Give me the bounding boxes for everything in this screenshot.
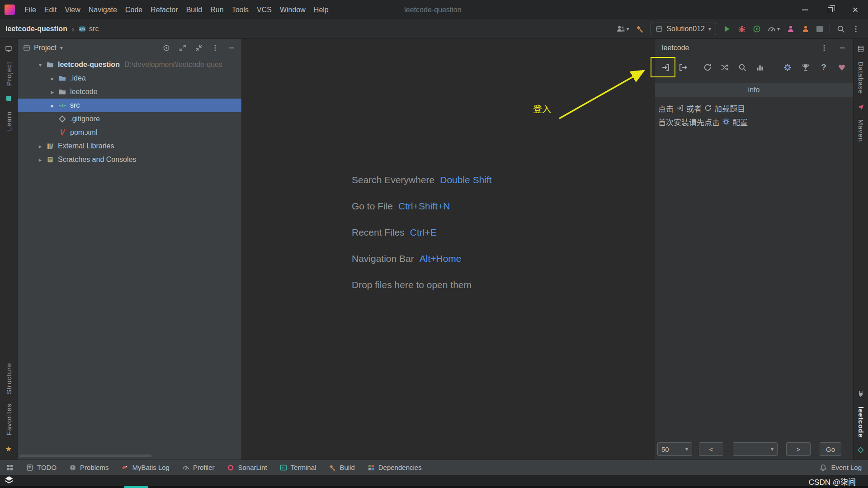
tree-row-scratches[interactable]: ▸ Scratches and Consoles [18,153,241,166]
menu-view[interactable]: View [61,0,84,19]
tree-row-idea[interactable]: ▸ .idea [18,71,241,85]
database-icon[interactable] [857,45,864,52]
tree-row-leetcode[interactable]: ▸ leetcode [18,85,241,99]
chevron-collapsed-icon[interactable]: ▸ [35,143,46,150]
refresh-icon [704,104,712,112]
hide-panel-icon[interactable] [228,44,235,52]
random-question-button[interactable] [717,60,732,75]
project-panel-title[interactable]: Project [34,44,57,52]
expand-all-icon[interactable] [179,44,186,52]
menu-help[interactable]: Help [310,0,333,19]
trophy-button[interactable] [798,60,813,75]
tree-row-external-libraries[interactable]: ▸ External Libraries [18,139,241,153]
breadcrumb-project[interactable]: leetcode-question [5,25,67,33]
maven-send-icon[interactable] [857,103,864,110]
tree-row-src-selected[interactable]: ▸ src [18,99,241,112]
panel-options-icon[interactable] [821,44,828,52]
build-hammer-icon[interactable] [636,25,644,33]
shortcut-action: Search Everywhere [352,175,434,185]
next-page-button[interactable]: > [786,442,811,456]
run-button[interactable] [723,25,731,33]
tool-stripe-project[interactable]: Project [5,62,13,86]
statusbar-profiler[interactable]: Profiler [182,464,215,471]
favorite-button[interactable]: ♥ [834,60,849,75]
run-configuration-select[interactable]: Solution012 ▾ [651,23,716,35]
user-orange-icon[interactable] [802,25,810,33]
menu-code[interactable]: Code [121,0,146,19]
favorites-star-icon[interactable]: ★ [5,445,12,453]
menu-build[interactable]: Build [182,0,207,19]
close-button[interactable]: × [843,0,868,19]
tool-stripe-structure[interactable]: Structure [5,363,13,394]
user-pink-icon[interactable] [787,25,795,33]
learn-tool-icon[interactable] [5,95,12,102]
login-button[interactable] [658,60,673,75]
project-tool-window: Project ▾ ▾ leetcode-question D:\develop… [18,39,242,460]
menu-window[interactable]: Window [276,0,310,19]
tree-row-gitignore[interactable]: .gitignore [18,112,241,126]
tool-stripe-leetcode[interactable]: leetcode [857,407,865,438]
tool-stripe-maven[interactable]: Maven [857,119,865,142]
chevron-expanded-icon[interactable]: ▾ [35,62,46,68]
horizontal-scrollbar[interactable] [19,455,151,457]
debug-button[interactable] [738,25,746,33]
video-progress-track[interactable] [0,486,868,488]
chevron-collapsed-icon[interactable]: ▸ [47,102,58,109]
tree-item-label: pom.xml [70,128,97,137]
collapse-all-icon[interactable] [195,44,203,52]
statistics-button[interactable] [752,60,767,75]
kebab-menu-icon[interactable] [852,25,860,33]
tool-stripe-learn[interactable]: Learn [5,111,13,131]
page-number-select[interactable]: ▾ [733,442,778,456]
tool-windows-grid-icon[interactable] [6,464,14,471]
chevron-collapsed-icon[interactable]: ▸ [47,75,58,82]
chevron-down-icon[interactable]: ▾ [60,45,63,51]
page-size-select[interactable]: 50 ▾ [657,442,692,456]
breadcrumb-src[interactable]: src [79,25,99,33]
menu-file[interactable]: File [20,0,40,19]
tool-stripe-favorites[interactable]: Favorites [5,403,13,436]
locate-file-icon[interactable] [163,44,170,52]
terminal-icon [280,464,287,471]
gitignore-file-icon [59,115,66,123]
profiler-button[interactable]: ▾ [768,25,780,33]
run-with-coverage-button[interactable] [753,25,761,33]
tool-stripe-database[interactable]: Database [857,62,865,94]
settings-button[interactable] [780,60,795,75]
go-button[interactable]: Go [820,442,841,456]
search-everywhere-icon[interactable] [837,25,845,33]
project-tool-icon[interactable] [5,45,12,52]
statusbar-terminal[interactable]: Terminal [280,464,316,471]
statusbar-build[interactable]: Build [329,464,354,471]
statusbar-todo[interactable]: TODO [26,464,57,471]
tree-row-pom[interactable]: V pom.xml [18,126,241,139]
shortcut-keys: Double Shift [440,175,491,185]
statusbar-label: Event Log [831,464,862,471]
menu-navigate[interactable]: Navigate [85,0,121,19]
refresh-button[interactable] [700,60,715,75]
plugin-plug-icon[interactable] [857,390,864,398]
chevron-collapsed-icon[interactable]: ▸ [35,156,46,163]
menu-vcs[interactable]: VCS [253,0,276,19]
restore-button[interactable] [817,0,843,19]
statusbar-sonarlint[interactable]: SonarLint [227,464,267,471]
help-button[interactable]: ? [816,60,831,75]
menu-edit[interactable]: Edit [40,0,61,19]
menu-tools[interactable]: Tools [228,0,253,19]
previous-page-button[interactable]: < [699,442,723,456]
logout-button[interactable] [676,60,691,75]
endpoints-diamond-icon[interactable] [858,447,864,453]
menu-refactor[interactable]: Refactor [146,0,182,19]
statusbar-problems[interactable]: Problems [69,464,108,471]
hide-panel-icon[interactable] [839,44,846,52]
chevron-collapsed-icon[interactable]: ▸ [47,89,58,95]
menu-run[interactable]: Run [206,0,227,19]
panel-options-icon[interactable] [212,44,219,52]
minimize-button[interactable] [792,0,817,19]
statusbar-dependencies[interactable]: Dependencies [368,464,422,471]
code-with-me-button[interactable]: ▾ [617,25,629,33]
search-question-button[interactable] [735,60,750,75]
statusbar-mybatis-log[interactable]: MyBatis Log [121,464,170,471]
statusbar-event-log[interactable]: Event Log [820,464,862,471]
tree-row-root[interactable]: ▾ leetcode-question D:\development\leetc… [18,58,241,71]
